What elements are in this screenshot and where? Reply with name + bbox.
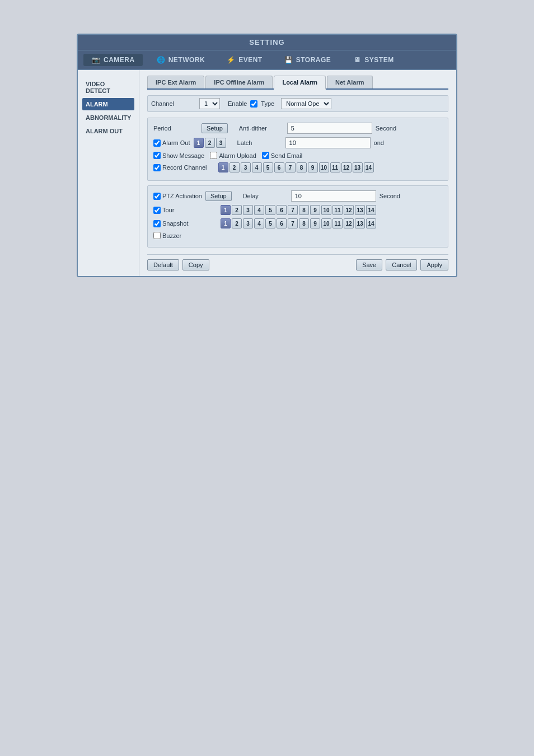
sidebar-item-alarm-out[interactable]: ALARM OUT bbox=[82, 125, 134, 137]
tour-checkbox[interactable] bbox=[153, 207, 161, 214]
ptz-checkbox[interactable] bbox=[153, 193, 161, 200]
tour-label[interactable]: Tour bbox=[153, 207, 209, 214]
tour-ch-12[interactable]: 12 bbox=[344, 205, 354, 215]
rec-ch-9[interactable]: 9 bbox=[308, 162, 318, 172]
snapshot-channels: 1 2 3 4 5 6 7 8 9 10 11 12 13 14 bbox=[221, 218, 376, 228]
alarm-out-ch-1[interactable]: 1 bbox=[194, 138, 204, 148]
tab-ipc-ext[interactable]: IPC Ext Alarm bbox=[147, 76, 204, 88]
default-button[interactable]: Default bbox=[147, 259, 179, 270]
rec-ch-13[interactable]: 13 bbox=[353, 162, 363, 172]
snap-ch-7[interactable]: 7 bbox=[288, 218, 298, 228]
snap-ch-3[interactable]: 3 bbox=[243, 218, 253, 228]
sidebar-item-video-detect[interactable]: VIDEO DETECT bbox=[82, 78, 134, 97]
rec-ch-2[interactable]: 2 bbox=[229, 162, 240, 172]
tour-ch-5[interactable]: 5 bbox=[265, 205, 275, 215]
tab-local-alarm[interactable]: Local Alarm bbox=[274, 76, 326, 90]
rec-ch-4[interactable]: 4 bbox=[252, 162, 262, 172]
rec-ch-11[interactable]: 11 bbox=[330, 162, 340, 172]
rec-ch-1[interactable]: 1 bbox=[218, 162, 228, 172]
tour-ch-7[interactable]: 7 bbox=[288, 205, 298, 215]
latch-unit: ond bbox=[374, 139, 384, 146]
sidebar-item-alarm[interactable]: ALARM bbox=[82, 98, 134, 110]
copy-button[interactable]: Copy bbox=[182, 259, 209, 270]
tour-ch-2[interactable]: 2 bbox=[232, 205, 242, 215]
tour-ch-8[interactable]: 8 bbox=[299, 205, 309, 215]
alarm-upload-label[interactable]: Alarm Upload bbox=[210, 152, 256, 159]
tour-ch-11[interactable]: 11 bbox=[332, 205, 343, 215]
save-button[interactable]: Save bbox=[356, 259, 382, 270]
tab-ipc-offline[interactable]: IPC Offline Alarm bbox=[205, 76, 273, 88]
snap-ch-5[interactable]: 5 bbox=[265, 218, 275, 228]
tab-net-alarm[interactable]: Net Alarm bbox=[327, 76, 373, 88]
snap-ch-6[interactable]: 6 bbox=[277, 218, 287, 228]
snap-ch-11[interactable]: 11 bbox=[332, 218, 343, 228]
nav-item-network[interactable]: 🌐 NETWORK bbox=[148, 54, 213, 66]
tour-ch-9[interactable]: 9 bbox=[310, 205, 320, 215]
snap-ch-13[interactable]: 13 bbox=[355, 218, 365, 228]
anti-dither-input[interactable] bbox=[287, 123, 372, 134]
tour-ch-14[interactable]: 14 bbox=[366, 205, 376, 215]
ptz-setup-btn[interactable]: Setup bbox=[205, 191, 232, 201]
snap-ch-4[interactable]: 4 bbox=[254, 218, 264, 228]
ptz-section: PTZ Activation Setup Delay Second Tour bbox=[147, 185, 448, 248]
ptz-label[interactable]: PTZ Activation bbox=[153, 193, 202, 200]
rec-ch-8[interactable]: 8 bbox=[297, 162, 307, 172]
rec-ch-10[interactable]: 10 bbox=[319, 162, 329, 172]
period-group: Period Setup bbox=[153, 123, 228, 133]
cancel-button[interactable]: Cancel bbox=[386, 259, 417, 270]
tour-ch-3[interactable]: 3 bbox=[243, 205, 253, 215]
enable-label: Enable bbox=[228, 100, 247, 107]
nav-item-system[interactable]: 🖥 SYSTEM bbox=[344, 54, 401, 66]
tour-ch-1[interactable]: 1 bbox=[221, 205, 231, 215]
alarm-out-checkbox[interactable] bbox=[153, 139, 161, 147]
snap-ch-12[interactable]: 12 bbox=[344, 218, 354, 228]
type-select[interactable]: Normal Open Normal Close bbox=[281, 98, 331, 109]
channel-row: Channel 1 2 3 4 Enable Type Normal Open … bbox=[147, 95, 448, 112]
rec-ch-7[interactable]: 7 bbox=[285, 162, 296, 172]
latch-input[interactable] bbox=[285, 137, 371, 148]
rec-ch-6[interactable]: 6 bbox=[274, 162, 284, 172]
delay-unit: Second bbox=[380, 193, 400, 199]
buzzer-label[interactable]: Buzzer bbox=[153, 232, 181, 239]
buzzer-checkbox[interactable] bbox=[153, 232, 161, 239]
snap-ch-14[interactable]: 14 bbox=[366, 218, 376, 228]
rec-ch-5[interactable]: 5 bbox=[263, 162, 273, 172]
send-email-checkbox[interactable] bbox=[262, 152, 269, 159]
record-channel-checkbox[interactable] bbox=[153, 164, 161, 171]
alarm-out-row: Alarm Out 1 2 3 Latch ond bbox=[153, 137, 442, 148]
alarm-upload-checkbox[interactable] bbox=[210, 152, 217, 159]
snap-ch-2[interactable]: 2 bbox=[232, 218, 242, 228]
alarm-out-ch-2[interactable]: 2 bbox=[205, 138, 215, 148]
rec-ch-3[interactable]: 3 bbox=[241, 162, 251, 172]
nav-item-storage[interactable]: 💾 STORAGE bbox=[276, 54, 339, 66]
snap-ch-8[interactable]: 8 bbox=[299, 218, 309, 228]
rec-ch-12[interactable]: 12 bbox=[341, 162, 352, 172]
rec-ch-14[interactable]: 14 bbox=[364, 162, 374, 172]
show-message-label[interactable]: Show Message bbox=[153, 152, 204, 159]
apply-button[interactable]: Apply bbox=[420, 259, 448, 270]
tour-ch-6[interactable]: 6 bbox=[277, 205, 287, 215]
channel-select[interactable]: 1 2 3 4 bbox=[199, 98, 220, 109]
enable-checkbox[interactable] bbox=[250, 100, 257, 108]
tour-ch-10[interactable]: 10 bbox=[321, 205, 331, 215]
snap-ch-9[interactable]: 9 bbox=[310, 218, 320, 228]
period-setup-btn[interactable]: Setup bbox=[202, 123, 228, 133]
tour-ch-4[interactable]: 4 bbox=[254, 205, 264, 215]
nav-item-camera[interactable]: 📷 CAMERA bbox=[83, 54, 143, 66]
buzzer-row: Buzzer bbox=[153, 232, 442, 239]
snap-ch-1[interactable]: 1 bbox=[221, 218, 231, 228]
tour-ch-13[interactable]: 13 bbox=[355, 205, 365, 215]
show-message-checkbox[interactable] bbox=[153, 152, 161, 159]
snap-ch-10[interactable]: 10 bbox=[321, 218, 331, 228]
ptz-group: PTZ Activation Setup bbox=[153, 191, 232, 201]
alarm-out-checkbox-label[interactable]: Alarm Out bbox=[153, 139, 190, 147]
delay-input[interactable] bbox=[291, 190, 376, 202]
record-channel-label[interactable]: Record Channel bbox=[153, 164, 207, 171]
alarm-out-ch-3[interactable]: 3 bbox=[216, 138, 226, 148]
ptz-row: PTZ Activation Setup Delay Second bbox=[153, 190, 442, 202]
send-email-label[interactable]: Send Email bbox=[262, 152, 302, 159]
nav-item-event[interactable]: ⚡ EVENT bbox=[218, 54, 270, 66]
sidebar-item-abnormality[interactable]: ABNORMALITY bbox=[82, 111, 134, 124]
snapshot-checkbox[interactable] bbox=[153, 220, 161, 227]
snapshot-label[interactable]: Snapshot bbox=[153, 220, 209, 227]
